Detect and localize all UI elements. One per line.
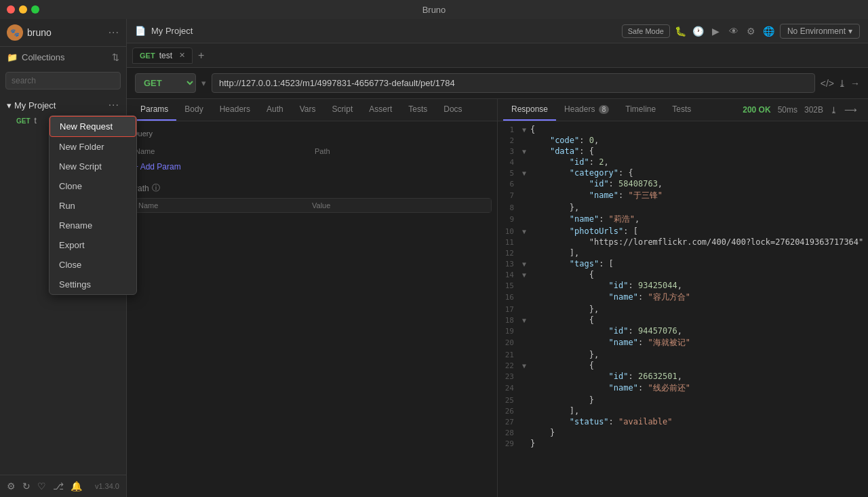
- context-menu-clone[interactable]: Clone: [50, 176, 126, 196]
- project-header[interactable]: ▾ My Project ···: [0, 96, 126, 114]
- sidebar-tree: ▾ My Project ··· GET t New Request New F…: [0, 94, 126, 475]
- method-select[interactable]: GET POST PUT DELETE PATCH: [135, 73, 196, 93]
- git-icon[interactable]: ⎇: [53, 481, 64, 492]
- line-content: "id": 94457076,: [530, 326, 682, 336]
- bell-icon[interactable]: 🔔: [71, 481, 82, 492]
- line-toggle[interactable]: ▼: [522, 271, 530, 279]
- tab-headers[interactable]: Headers: [212, 99, 258, 121]
- request-tab[interactable]: GET test ✕: [132, 47, 193, 64]
- tab-response-tests[interactable]: Tests: [664, 99, 699, 121]
- copy-response-icon[interactable]: ⤓: [830, 105, 837, 115]
- line-number: 4: [498, 158, 522, 167]
- line-number: 11: [498, 238, 522, 247]
- line-toggle[interactable]: ▼: [522, 126, 530, 134]
- path-table-header: Name Value: [133, 199, 491, 212]
- gear-icon[interactable]: ⚙: [745, 26, 758, 37]
- context-menu-new-script[interactable]: New Script: [50, 157, 126, 176]
- add-param-button[interactable]: + Add Param: [132, 159, 492, 174]
- line-toggle[interactable]: ▼: [522, 362, 530, 370]
- tab-response[interactable]: Response: [503, 99, 556, 121]
- path-name-col: Name: [138, 201, 312, 210]
- line-content: }: [530, 439, 535, 448]
- url-input[interactable]: [212, 73, 815, 93]
- search-input[interactable]: [5, 72, 121, 90]
- refresh-icon[interactable]: ↻: [22, 481, 31, 492]
- clock-icon[interactable]: 🕐: [692, 26, 705, 37]
- tab-vars[interactable]: Vars: [292, 99, 324, 121]
- eye-icon[interactable]: 👁: [727, 26, 741, 37]
- expand-icon[interactable]: ⟶: [844, 105, 857, 115]
- context-menu-rename[interactable]: Rename: [50, 216, 126, 235]
- tab-script[interactable]: Script: [324, 99, 361, 121]
- context-menu-close[interactable]: Close: [50, 255, 126, 275]
- close-button[interactable]: [7, 5, 15, 14]
- tab-timeline[interactable]: Timeline: [617, 99, 664, 121]
- line-content: "name": "线必前还": [530, 382, 690, 394]
- context-menu-settings[interactable]: Settings: [50, 275, 126, 294]
- line-number: 29: [498, 439, 522, 448]
- brand-name: bruno: [27, 27, 52, 38]
- line-number: 17: [498, 305, 522, 314]
- collections-label: 📁 Collections: [7, 52, 65, 62]
- tab-auth[interactable]: Auth: [258, 99, 292, 121]
- line-content: "name": "于三锋": [530, 190, 663, 201]
- sidebar-more-icon[interactable]: ···: [108, 26, 119, 39]
- line-toggle[interactable]: ▼: [522, 317, 530, 324]
- no-environment-button[interactable]: No Environment ▾: [780, 24, 860, 39]
- context-menu-new-request[interactable]: New Request: [50, 116, 126, 137]
- tab-params[interactable]: Params: [132, 99, 176, 121]
- context-menu-run[interactable]: Run: [50, 196, 126, 216]
- response-panel: Response Headers 8 Timeline Tests 200 OK…: [498, 99, 868, 497]
- sidebar-header: 🐾 bruno ···: [0, 19, 126, 47]
- globe-icon[interactable]: 🌐: [762, 26, 776, 37]
- line-toggle[interactable]: ▼: [522, 170, 530, 177]
- line-number: 26: [498, 407, 522, 416]
- tab-body[interactable]: Body: [176, 99, 211, 121]
- line-content: "data": {: [530, 146, 594, 156]
- table-row: 25 }: [498, 395, 868, 405]
- tab-name: test: [159, 51, 172, 60]
- minimize-button[interactable]: [19, 5, 27, 14]
- response-status: 200 OK: [743, 105, 770, 115]
- response-time: 50ms: [778, 105, 797, 115]
- line-number: 15: [498, 281, 522, 290]
- tab-close-icon[interactable]: ✕: [179, 51, 185, 60]
- maximize-button[interactable]: [31, 5, 39, 14]
- line-number: 28: [498, 429, 522, 437]
- project-name: My Project: [14, 100, 56, 111]
- line-content: "id": 58408763,: [530, 179, 663, 188]
- line-toggle[interactable]: ▼: [522, 148, 530, 155]
- tab-docs[interactable]: Docs: [435, 99, 470, 121]
- query-label: Query: [132, 127, 492, 140]
- send-icon[interactable]: →: [850, 78, 860, 89]
- heart-icon[interactable]: ♡: [37, 481, 46, 492]
- table-row: 26 ],: [498, 405, 868, 416]
- table-row: 23 "id": 26632501,: [498, 371, 868, 382]
- table-row: 4 "id": 2,: [498, 157, 868, 167]
- code-icon[interactable]: </>: [821, 78, 834, 89]
- sort-icon[interactable]: ⇅: [112, 52, 119, 62]
- line-number: 12: [498, 249, 522, 258]
- tab-tests[interactable]: Tests: [400, 99, 435, 121]
- table-row: 17 },: [498, 304, 868, 315]
- search-box: [5, 72, 121, 90]
- line-toggle[interactable]: ▼: [522, 228, 530, 235]
- table-row: 10▼ "photoUrls": [: [498, 226, 868, 237]
- line-number: 18: [498, 316, 522, 325]
- save-icon[interactable]: ⤓: [838, 78, 846, 89]
- project-more-icon[interactable]: ···: [108, 99, 119, 111]
- tab-bar: GET test ✕ +: [127, 43, 868, 68]
- tab-assert[interactable]: Assert: [361, 99, 400, 121]
- run-icon[interactable]: ▶: [709, 26, 723, 37]
- tab-response-headers[interactable]: Headers 8: [556, 99, 617, 121]
- add-tab-button[interactable]: +: [194, 49, 208, 62]
- safe-mode-button[interactable]: Safe Mode: [622, 24, 670, 38]
- settings-icon[interactable]: ⚙: [7, 481, 16, 492]
- line-number: 21: [498, 351, 522, 359]
- line-toggle[interactable]: ▼: [522, 260, 530, 268]
- table-row: 29 }: [498, 438, 868, 449]
- context-menu-new-folder[interactable]: New Folder: [50, 137, 126, 157]
- tab-method: GET: [140, 52, 155, 60]
- context-menu-export[interactable]: Export: [50, 235, 126, 255]
- debug-icon[interactable]: 🐛: [674, 26, 688, 37]
